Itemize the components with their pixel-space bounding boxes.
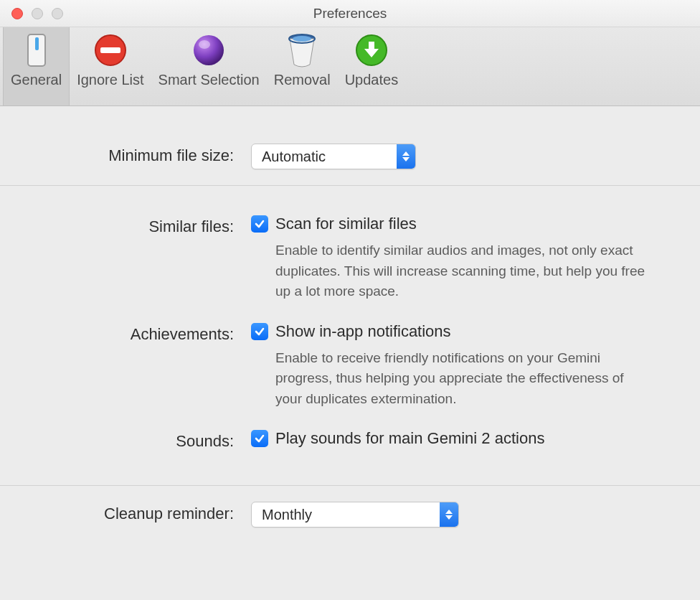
row-sounds: Sounds: Play sounds for main Gemini 2 ac… bbox=[36, 413, 664, 467]
window-title: Preferences bbox=[0, 6, 700, 22]
achievements-checkbox[interactable] bbox=[251, 323, 268, 340]
min-file-size-label: Minimum file size: bbox=[36, 144, 251, 165]
tab-ignore-list-label: Ignore List bbox=[77, 72, 143, 88]
general-icon bbox=[19, 33, 54, 67]
check-icon bbox=[254, 326, 265, 337]
bucket-icon bbox=[285, 33, 319, 67]
orb-icon bbox=[191, 33, 226, 67]
titlebar: Preferences bbox=[0, 0, 700, 27]
row-min-file-size: Minimum file size: Automatic bbox=[36, 128, 664, 185]
row-similar-files: Similar files: Scan for similar files En… bbox=[36, 199, 664, 306]
check-icon bbox=[254, 218, 265, 230]
svg-rect-1 bbox=[35, 37, 39, 50]
tab-ignore-list[interactable]: Ignore List bbox=[70, 27, 151, 106]
popup-arrows-icon bbox=[440, 502, 458, 527]
tab-removal-label: Removal bbox=[274, 72, 331, 88]
min-file-size-value: Automatic bbox=[252, 149, 336, 165]
popup-arrows-icon bbox=[397, 144, 415, 169]
check-icon bbox=[254, 433, 265, 444]
svg-point-6 bbox=[199, 40, 210, 49]
svg-rect-4 bbox=[100, 47, 120, 53]
tab-general-label: General bbox=[11, 72, 62, 88]
scan-similar-label: Scan for similar files bbox=[275, 215, 417, 233]
tab-updates[interactable]: Updates bbox=[338, 27, 406, 106]
min-file-size-popup[interactable]: Automatic bbox=[251, 144, 416, 169]
general-pane: Minimum file size: Automatic Similar fil… bbox=[0, 106, 700, 543]
tab-smart-selection-label: Smart Selection bbox=[159, 72, 260, 88]
svg-point-5 bbox=[194, 35, 224, 65]
preferences-toolbar: General Ignore List bbox=[0, 27, 700, 106]
tab-general[interactable]: General bbox=[3, 27, 70, 106]
similar-files-label: Similar files: bbox=[36, 215, 251, 236]
svg-point-9 bbox=[293, 36, 311, 42]
cleanup-reminder-popup[interactable]: Monthly bbox=[251, 502, 459, 528]
download-arrow-icon bbox=[354, 33, 389, 67]
no-entry-icon bbox=[93, 33, 128, 67]
scan-similar-checkbox[interactable] bbox=[251, 215, 268, 233]
scan-similar-desc: Enable to identify similar audios and im… bbox=[251, 240, 653, 302]
achievements-check-label: Show in-app notifications bbox=[275, 322, 451, 341]
cleanup-reminder-value: Monthly bbox=[252, 507, 322, 523]
cleanup-reminder-label: Cleanup reminder: bbox=[36, 502, 251, 523]
row-cleanup-reminder: Cleanup reminder: Monthly bbox=[36, 486, 664, 543]
achievements-desc: Enable to receive friendly notifications… bbox=[251, 348, 653, 410]
sounds-label: Sounds: bbox=[36, 429, 251, 451]
sounds-check-label: Play sounds for main Gemini 2 actions bbox=[275, 429, 544, 448]
row-achievements: Achievements: Show in-app notifications … bbox=[36, 306, 664, 414]
tab-updates-label: Updates bbox=[345, 72, 399, 88]
sounds-checkbox[interactable] bbox=[251, 430, 268, 447]
achievements-label: Achievements: bbox=[36, 322, 251, 344]
tab-removal[interactable]: Removal bbox=[267, 27, 338, 106]
tab-smart-selection[interactable]: Smart Selection bbox=[151, 27, 267, 106]
